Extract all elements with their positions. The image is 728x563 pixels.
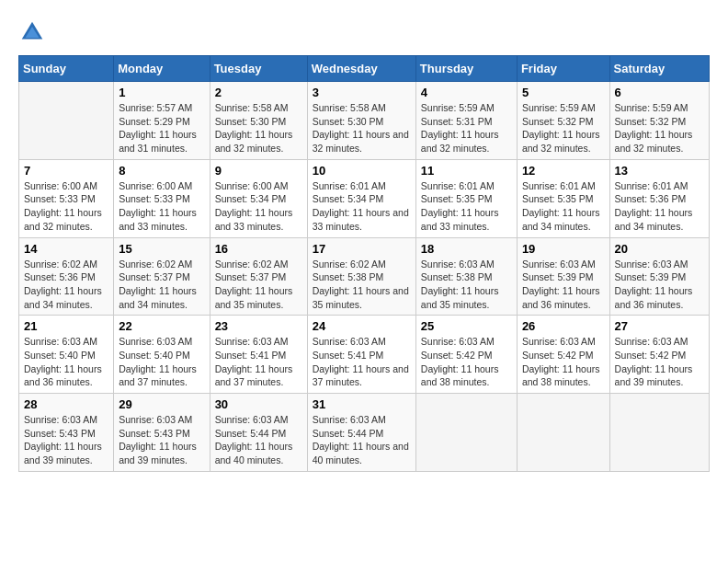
calendar-cell: 25Sunrise: 6:03 AM Sunset: 5:42 PM Dayli… xyxy=(415,316,517,394)
calendar-cell: 18Sunrise: 6:03 AM Sunset: 5:38 PM Dayli… xyxy=(415,237,517,316)
calendar-cell: 3Sunrise: 5:58 AM Sunset: 5:30 PM Daylig… xyxy=(307,82,415,160)
cell-info: Sunrise: 6:00 AM Sunset: 5:33 PM Dayligh… xyxy=(119,179,204,234)
cell-info: Sunrise: 6:03 AM Sunset: 5:42 PM Dayligh… xyxy=(421,335,512,389)
calendar-cell: 8Sunrise: 6:00 AM Sunset: 5:33 PM Daylig… xyxy=(114,159,210,237)
day-number: 23 xyxy=(215,319,302,333)
cell-info: Sunrise: 6:01 AM Sunset: 5:34 PM Dayligh… xyxy=(313,179,411,234)
day-number: 29 xyxy=(119,397,204,411)
cell-info: Sunrise: 6:03 AM Sunset: 5:42 PM Dayligh… xyxy=(615,335,704,389)
day-number: 10 xyxy=(313,164,411,178)
calendar-cell: 14Sunrise: 6:02 AM Sunset: 5:36 PM Dayli… xyxy=(19,237,114,316)
cell-info: Sunrise: 6:02 AM Sunset: 5:37 PM Dayligh… xyxy=(119,258,204,312)
cell-info: Sunrise: 6:03 AM Sunset: 5:38 PM Dayligh… xyxy=(421,258,512,312)
calendar-cell: 11Sunrise: 6:01 AM Sunset: 5:35 PM Dayli… xyxy=(415,159,517,237)
day-number: 12 xyxy=(522,164,605,178)
calendar-cell: 5Sunrise: 5:59 AM Sunset: 5:32 PM Daylig… xyxy=(517,82,609,160)
cell-info: Sunrise: 6:00 AM Sunset: 5:33 PM Dayligh… xyxy=(24,179,108,234)
calendar-cell: 19Sunrise: 6:03 AM Sunset: 5:39 PM Dayli… xyxy=(517,237,609,316)
cell-info: Sunrise: 5:57 AM Sunset: 5:29 PM Dayligh… xyxy=(119,101,204,155)
day-number: 8 xyxy=(119,164,204,178)
cell-info: Sunrise: 6:03 AM Sunset: 5:41 PM Dayligh… xyxy=(215,335,302,389)
day-header-row: SundayMondayTuesdayWednesdayThursdayFrid… xyxy=(19,56,710,82)
calendar-cell: 22Sunrise: 6:03 AM Sunset: 5:40 PM Dayli… xyxy=(114,316,210,394)
cell-info: Sunrise: 6:03 AM Sunset: 5:44 PM Dayligh… xyxy=(215,413,302,467)
week-row-3: 14Sunrise: 6:02 AM Sunset: 5:36 PM Dayli… xyxy=(19,237,710,316)
day-number: 31 xyxy=(313,397,411,411)
cell-info: Sunrise: 6:03 AM Sunset: 5:43 PM Dayligh… xyxy=(24,413,108,467)
calendar-cell: 17Sunrise: 6:02 AM Sunset: 5:38 PM Dayli… xyxy=(307,237,415,316)
calendar-cell: 30Sunrise: 6:03 AM Sunset: 5:44 PM Dayli… xyxy=(210,394,307,472)
calendar-cell: 31Sunrise: 6:03 AM Sunset: 5:44 PM Dayli… xyxy=(307,394,415,472)
calendar-cell: 4Sunrise: 5:59 AM Sunset: 5:31 PM Daylig… xyxy=(415,82,517,160)
cell-info: Sunrise: 5:59 AM Sunset: 5:32 PM Dayligh… xyxy=(522,101,605,155)
day-header-saturday: Saturday xyxy=(609,56,709,82)
cell-info: Sunrise: 5:58 AM Sunset: 5:30 PM Dayligh… xyxy=(313,101,411,155)
day-number: 27 xyxy=(615,319,704,333)
calendar-cell xyxy=(517,394,609,472)
calendar-cell: 9Sunrise: 6:00 AM Sunset: 5:34 PM Daylig… xyxy=(210,159,307,237)
cell-info: Sunrise: 6:03 AM Sunset: 5:43 PM Dayligh… xyxy=(119,413,204,467)
cell-info: Sunrise: 5:59 AM Sunset: 5:31 PM Dayligh… xyxy=(421,101,512,155)
cell-info: Sunrise: 6:03 AM Sunset: 5:41 PM Dayligh… xyxy=(313,335,411,389)
cell-info: Sunrise: 6:03 AM Sunset: 5:39 PM Dayligh… xyxy=(615,258,704,312)
cell-info: Sunrise: 6:03 AM Sunset: 5:39 PM Dayligh… xyxy=(522,258,605,312)
calendar-table: SundayMondayTuesdayWednesdayThursdayFrid… xyxy=(18,55,710,472)
day-number: 6 xyxy=(615,86,704,99)
calendar-cell xyxy=(415,394,517,472)
cell-info: Sunrise: 6:01 AM Sunset: 5:35 PM Dayligh… xyxy=(522,179,605,234)
day-number: 20 xyxy=(615,242,704,256)
calendar-cell: 23Sunrise: 6:03 AM Sunset: 5:41 PM Dayli… xyxy=(210,316,307,394)
day-number: 15 xyxy=(119,242,204,256)
day-number: 26 xyxy=(522,319,605,333)
logo xyxy=(18,18,50,46)
day-header-thursday: Thursday xyxy=(415,56,517,82)
calendar-cell: 21Sunrise: 6:03 AM Sunset: 5:40 PM Dayli… xyxy=(19,316,114,394)
cell-info: Sunrise: 5:59 AM Sunset: 5:32 PM Dayligh… xyxy=(615,101,704,155)
day-number: 19 xyxy=(522,242,605,256)
day-number: 21 xyxy=(24,319,108,333)
day-number: 1 xyxy=(119,86,204,99)
calendar-cell: 29Sunrise: 6:03 AM Sunset: 5:43 PM Dayli… xyxy=(114,394,210,472)
day-number: 24 xyxy=(313,319,411,333)
cell-info: Sunrise: 6:02 AM Sunset: 5:37 PM Dayligh… xyxy=(215,258,302,312)
calendar-cell: 27Sunrise: 6:03 AM Sunset: 5:42 PM Dayli… xyxy=(609,316,709,394)
day-number: 17 xyxy=(313,242,411,256)
day-header-monday: Monday xyxy=(114,56,210,82)
calendar-cell: 26Sunrise: 6:03 AM Sunset: 5:42 PM Dayli… xyxy=(517,316,609,394)
calendar-cell: 12Sunrise: 6:01 AM Sunset: 5:35 PM Dayli… xyxy=(517,159,609,237)
cell-info: Sunrise: 5:58 AM Sunset: 5:30 PM Dayligh… xyxy=(215,101,302,155)
calendar-cell: 10Sunrise: 6:01 AM Sunset: 5:34 PM Dayli… xyxy=(307,159,415,237)
day-number: 14 xyxy=(24,242,108,256)
cell-info: Sunrise: 6:03 AM Sunset: 5:42 PM Dayligh… xyxy=(522,335,605,389)
cell-info: Sunrise: 6:00 AM Sunset: 5:34 PM Dayligh… xyxy=(215,179,302,234)
day-number: 16 xyxy=(215,242,302,256)
day-header-friday: Friday xyxy=(517,56,609,82)
day-number: 22 xyxy=(119,319,204,333)
day-number: 4 xyxy=(421,86,512,99)
calendar-cell xyxy=(19,82,114,160)
cell-info: Sunrise: 6:03 AM Sunset: 5:44 PM Dayligh… xyxy=(313,413,411,467)
day-number: 11 xyxy=(421,164,512,178)
cell-info: Sunrise: 6:01 AM Sunset: 5:36 PM Dayligh… xyxy=(615,179,704,234)
calendar-cell: 1Sunrise: 5:57 AM Sunset: 5:29 PM Daylig… xyxy=(114,82,210,160)
calendar-cell: 20Sunrise: 6:03 AM Sunset: 5:39 PM Dayli… xyxy=(609,237,709,316)
cell-info: Sunrise: 6:03 AM Sunset: 5:40 PM Dayligh… xyxy=(24,335,108,389)
week-row-5: 28Sunrise: 6:03 AM Sunset: 5:43 PM Dayli… xyxy=(19,394,710,472)
header xyxy=(18,18,710,46)
calendar-cell: 7Sunrise: 6:00 AM Sunset: 5:33 PM Daylig… xyxy=(19,159,114,237)
cell-info: Sunrise: 6:03 AM Sunset: 5:40 PM Dayligh… xyxy=(119,335,204,389)
calendar-cell: 2Sunrise: 5:58 AM Sunset: 5:30 PM Daylig… xyxy=(210,82,307,160)
day-number: 3 xyxy=(313,86,411,99)
day-number: 28 xyxy=(24,397,108,411)
calendar-cell: 15Sunrise: 6:02 AM Sunset: 5:37 PM Dayli… xyxy=(114,237,210,316)
day-number: 18 xyxy=(421,242,512,256)
calendar-cell: 16Sunrise: 6:02 AM Sunset: 5:37 PM Dayli… xyxy=(210,237,307,316)
day-number: 13 xyxy=(615,164,704,178)
calendar-cell: 24Sunrise: 6:03 AM Sunset: 5:41 PM Dayli… xyxy=(307,316,415,394)
day-number: 9 xyxy=(215,164,302,178)
day-number: 30 xyxy=(215,397,302,411)
day-number: 5 xyxy=(522,86,605,99)
calendar-cell: 6Sunrise: 5:59 AM Sunset: 5:32 PM Daylig… xyxy=(609,82,709,160)
cell-info: Sunrise: 6:01 AM Sunset: 5:35 PM Dayligh… xyxy=(421,179,512,234)
day-number: 7 xyxy=(24,164,108,178)
